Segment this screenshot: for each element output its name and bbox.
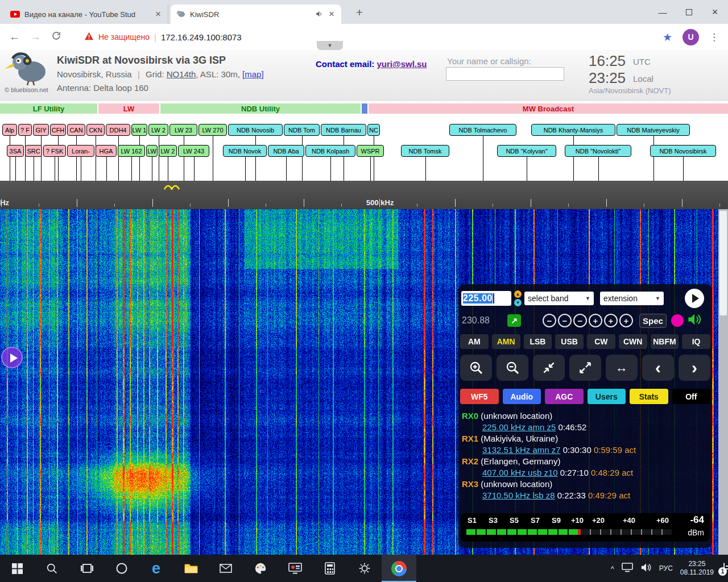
mode-button-am[interactable]: AM <box>460 334 489 349</box>
station-label[interactable]: LW 2 <box>148 124 168 136</box>
frequency-down-icon[interactable]: ▼ <box>514 299 522 306</box>
bookmark-star-icon[interactable]: ★ <box>663 31 672 44</box>
panel-tab-wf5[interactable]: WF5 <box>460 389 499 404</box>
user-frequency-link[interactable]: 407.00 kHz usb z10 <box>482 468 558 477</box>
panel-tab-stats[interactable]: Stats <box>630 389 668 404</box>
frequency-scale[interactable]: kHz 500 kHz <box>0 181 728 209</box>
station-label[interactable]: NDB Novosib <box>228 124 283 136</box>
taskbar-clock[interactable]: 23:25 08.11.2019 <box>680 560 714 577</box>
station-label[interactable]: NDB Tomsk <box>401 145 449 157</box>
station-label[interactable]: CFH <box>50 124 66 136</box>
scrollbar-thumb[interactable] <box>719 211 727 315</box>
passband-marker-icon[interactable] <box>164 182 180 192</box>
audio-start-overlay-button[interactable] <box>1 347 23 368</box>
taskbar-explorer-icon[interactable] <box>173 555 208 582</box>
station-label[interactable]: NC <box>367 124 380 136</box>
tab-audio-icon[interactable] <box>316 10 323 19</box>
zoom-in-circle-icon[interactable]: + <box>604 314 618 327</box>
station-label[interactable]: NDB Matveyevskiy <box>617 124 690 136</box>
station-label[interactable]: ? F <box>18 124 32 136</box>
station-label[interactable]: HGA <box>96 145 117 157</box>
zoom-in-circle-icon[interactable]: + <box>619 314 633 327</box>
station-label[interactable]: LW 243 <box>178 145 209 157</box>
panel-tab-agc[interactable]: AGC <box>545 389 584 404</box>
band-segment-mw-broadcast[interactable]: MW Broadcast <box>369 103 728 114</box>
taskbar-mail-icon[interactable] <box>208 555 243 582</box>
taskbar-taskview-icon[interactable] <box>69 555 104 582</box>
station-label[interactable]: Alp <box>2 124 17 136</box>
close-tab-icon[interactable]: × <box>328 9 336 20</box>
page-scrollbar[interactable] <box>718 209 728 555</box>
mode-button-nbfm[interactable]: NBFM <box>651 334 679 349</box>
shift-passband-button[interactable]: ↔ <box>606 355 638 381</box>
station-label[interactable]: CKN <box>86 124 105 136</box>
band-segment-lw[interactable]: LW <box>98 103 159 114</box>
taskbar-chrome-icon[interactable] <box>382 555 416 582</box>
open-link-button[interactable]: ↗ <box>507 314 521 327</box>
station-label[interactable]: NDB Kolpash <box>305 145 355 157</box>
station-label[interactable]: DDH4 <box>106 124 130 136</box>
maximize-button[interactable] <box>676 0 702 24</box>
station-label[interactable]: NDB "Kolyvan" <box>497 145 556 157</box>
reload-icon[interactable] <box>51 31 61 43</box>
taskbar-settings-icon[interactable] <box>347 555 382 582</box>
zoom-out-circle-icon[interactable]: − <box>543 314 556 327</box>
select-band-dropdown[interactable]: select band ▼ <box>524 292 594 305</box>
record-button[interactable] <box>671 314 684 327</box>
zoom-to-band-button[interactable] <box>533 355 565 381</box>
station-label[interactable]: NDB Tolmachevo <box>449 124 516 136</box>
station-label[interactable]: NDB Tom <box>284 124 320 136</box>
taskbar-paint-icon[interactable] <box>243 555 278 582</box>
station-label[interactable]: SRC <box>25 145 42 157</box>
station-label[interactable]: NDB Novok <box>223 145 267 157</box>
action-center-icon[interactable]: 1 <box>723 563 725 573</box>
user-frequency-link[interactable]: 225.00 kHz amn z5 <box>482 422 556 432</box>
station-label[interactable]: WSPR <box>357 145 384 157</box>
browser-menu-icon[interactable]: ⋮ <box>709 31 719 43</box>
audio-play-button[interactable] <box>685 289 704 308</box>
close-window-button[interactable]: × <box>702 0 728 24</box>
contact-email-link[interactable]: yuri@swl.su <box>377 59 427 69</box>
volume-icon[interactable] <box>640 563 652 575</box>
taskbar-media-icon[interactable] <box>278 555 312 582</box>
profile-avatar[interactable]: U <box>682 29 699 45</box>
zoom-in-button[interactable] <box>460 355 492 381</box>
omnibox[interactable]: Не защищено | 172.16.249.100:8073 <box>72 32 652 43</box>
grid-link[interactable]: NO14th <box>167 69 196 79</box>
frequency-input[interactable]: 225.00 <box>461 291 511 306</box>
zoom-out-max-button[interactable] <box>569 355 601 381</box>
security-status[interactable]: Не защищено <box>98 32 150 41</box>
page-left-button[interactable]: ‹ <box>642 355 674 381</box>
warning-icon[interactable] <box>84 32 94 43</box>
station-label[interactable]: NDB Novosibirsk <box>650 145 716 157</box>
station-label[interactable]: LW 162 <box>118 145 145 157</box>
zoom-in-circle-icon[interactable]: + <box>589 314 602 327</box>
station-label[interactable]: GIY <box>33 124 49 136</box>
station-label[interactable]: NDB Khanty-Mansiys <box>531 124 615 136</box>
hidden-icons-chevron[interactable]: ^ <box>611 564 614 573</box>
band-segment-lf-utility[interactable]: LF Utility <box>0 103 97 114</box>
close-tab-icon[interactable]: × <box>154 9 162 20</box>
mode-button-amn[interactable]: AMN <box>492 334 520 349</box>
mode-button-cw[interactable]: CW <box>587 334 615 349</box>
url-text[interactable]: 172.16.249.100:8073 <box>161 32 242 42</box>
spectrum-button[interactable]: Spec <box>639 314 667 328</box>
station-label[interactable]: LW 270 <box>198 124 227 136</box>
mode-button-lsb[interactable]: LSB <box>524 334 552 349</box>
station-label[interactable]: CAN <box>67 124 85 136</box>
mode-button-cwn[interactable]: CWN <box>619 334 647 349</box>
taskbar-cortana-icon[interactable] <box>104 555 139 582</box>
station-label[interactable]: ? FSK <box>43 145 66 157</box>
minimize-button[interactable]: — <box>650 0 676 24</box>
station-label[interactable]: NDB Barnau <box>321 124 366 136</box>
language-indicator[interactable]: РУС <box>659 564 673 572</box>
mute-speaker-icon[interactable] <box>687 313 702 327</box>
mode-button-usb[interactable]: USB <box>555 334 584 349</box>
band-segment-ndb-utility[interactable]: NDB Utility <box>160 103 361 114</box>
tab-youtube-studio[interactable]: Видео на канале - YouTube Stud × <box>5 5 168 24</box>
panel-tab-off[interactable]: Off <box>672 389 711 404</box>
station-label[interactable]: LW 2 <box>159 145 177 157</box>
taskbar-edge-icon[interactable]: e <box>139 555 173 582</box>
panel-tab-users[interactable]: Users <box>588 389 626 404</box>
station-label[interactable]: LW <box>146 145 158 157</box>
